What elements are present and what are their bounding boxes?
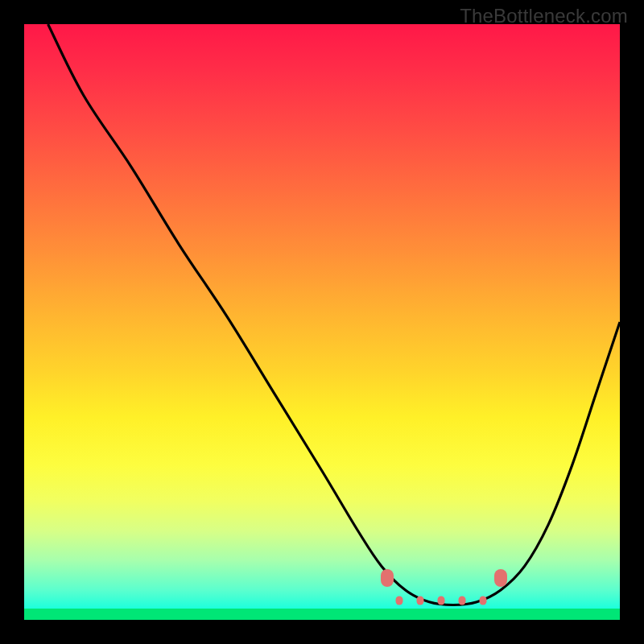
flat-zone-tick-0	[396, 597, 403, 605]
marker-flat-zone-right	[494, 569, 507, 587]
chart-plot-area	[24, 24, 620, 620]
flat-zone-tick-3	[458, 597, 465, 605]
flat-zone-tick-1	[417, 597, 424, 605]
marker-flat-zone-left	[381, 569, 394, 587]
flat-zone-tick-4	[479, 597, 486, 605]
flat-zone-tick-2	[438, 597, 445, 605]
watermark-text: TheBottleneck.com	[460, 5, 628, 27]
chart-markers-layer	[24, 24, 620, 620]
